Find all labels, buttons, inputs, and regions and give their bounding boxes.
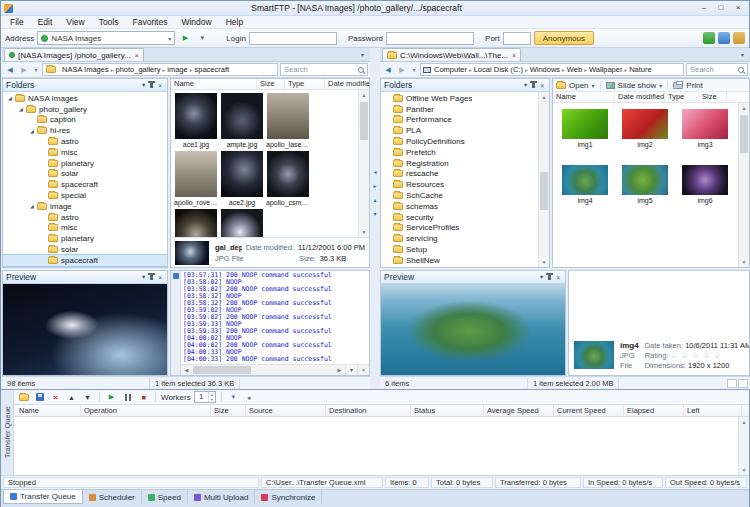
horizontal-scrollbar[interactable]: ◀ ▶ ▾ × — [181, 364, 369, 375]
column-header-source[interactable]: Source — [246, 405, 326, 416]
back-icon[interactable]: ◀ — [4, 64, 16, 76]
expander-icon[interactable] — [384, 139, 392, 145]
tree-item[interactable]: Performance — [381, 115, 538, 126]
file-item[interactable]: img2 — [616, 109, 674, 149]
tree-item[interactable]: PolicyDefinitions — [381, 136, 538, 147]
expander-icon[interactable] — [28, 117, 36, 123]
menu-item-file[interactable]: File — [3, 16, 31, 28]
file-item[interactable]: img4 — [556, 165, 614, 205]
file-item[interactable]: astro1.jpg — [220, 209, 264, 237]
breadcrumb-item[interactable]: image — [165, 65, 189, 74]
minimize-button[interactable]: – — [696, 3, 712, 14]
stepper-up-icon[interactable]: ▲ — [210, 393, 213, 397]
tree-item[interactable]: SKB — [381, 266, 538, 267]
expander-icon[interactable] — [39, 139, 47, 145]
tree-item[interactable]: schemas — [381, 201, 538, 212]
tree-item[interactable]: caption — [3, 115, 167, 126]
address-combo[interactable]: NASA Images ▾ — [37, 31, 175, 45]
breadcrumb-item[interactable]: Wallpaper — [587, 65, 625, 74]
chevron-down-icon[interactable]: ▾ — [659, 82, 662, 89]
tree-item[interactable]: ◢NASA Images — [3, 93, 167, 104]
tab-list-button[interactable]: ▾ — [357, 50, 368, 61]
queue-settings-icon[interactable]: ● — [243, 391, 256, 404]
close-panel-icon[interactable]: × — [156, 82, 164, 89]
tree-item[interactable]: ServiceProfiles — [381, 223, 538, 234]
search-input[interactable] — [690, 65, 736, 74]
breadcrumb-item[interactable]: Local Disk (C:) — [472, 65, 525, 74]
filter-icon[interactable]: ▾ — [227, 391, 240, 404]
connect-icon[interactable]: ▶ — [178, 31, 192, 45]
close-tab-icon[interactable]: × — [511, 52, 516, 59]
workers-stepper[interactable]: 1 ▲▼ — [194, 391, 216, 403]
move-down-icon[interactable]: ▼ — [81, 391, 94, 404]
close-button[interactable]: × — [730, 3, 746, 14]
column-header-size[interactable]: Size — [211, 405, 246, 416]
login-field[interactable] — [249, 32, 337, 45]
panel-menu-icon[interactable]: ▾ — [140, 273, 147, 281]
breadcrumb-item[interactable]: NASA Images — [60, 65, 111, 74]
quick-connect-icon[interactable] — [703, 32, 715, 44]
history-dropdown-icon[interactable]: ▾ — [410, 64, 418, 76]
scroll-up-icon[interactable]: ▲ — [739, 103, 749, 113]
panel-menu-icon[interactable]: ▾ — [522, 81, 529, 89]
tree-item[interactable]: astro — [3, 136, 167, 147]
bottom-tab-transfer-queue[interactable]: Transfer Queue — [3, 490, 83, 504]
tree-item[interactable]: PLA — [381, 125, 538, 136]
address-history-icon[interactable]: ▾ — [195, 31, 209, 45]
tree-item[interactable]: security — [381, 212, 538, 223]
tree-item[interactable]: misc — [3, 147, 167, 158]
scrollbar-thumb[interactable] — [540, 172, 548, 210]
settings-icon[interactable] — [718, 32, 730, 44]
expander-icon[interactable] — [384, 236, 392, 242]
sync-up-icon[interactable]: ▴ — [371, 196, 380, 205]
expander-icon[interactable] — [39, 149, 47, 155]
slide-show-button[interactable]: Slide show — [618, 81, 657, 90]
tree-item[interactable]: Offline Web Pages — [381, 93, 538, 104]
bottom-tab-speed[interactable]: Speed — [142, 490, 188, 504]
expander-icon[interactable] — [384, 193, 392, 199]
column-header-type[interactable]: Type — [285, 79, 325, 89]
expander-icon[interactable] — [384, 257, 392, 263]
expander-icon[interactable]: ◢ — [28, 203, 36, 209]
tab-list-button[interactable]: ▾ — [737, 50, 748, 61]
expander-icon[interactable] — [384, 225, 392, 231]
port-field[interactable] — [503, 32, 531, 45]
close-panel-icon[interactable]: × — [538, 82, 546, 89]
auto-hide-pin-icon[interactable] — [150, 274, 153, 280]
transfer-left-icon[interactable]: ◂ — [371, 168, 380, 177]
column-header-name[interactable]: Name — [16, 405, 81, 416]
column-header-date-modified[interactable]: Date modified — [325, 79, 370, 89]
scroll-up-icon[interactable]: ▲ — [359, 90, 369, 100]
expander-icon[interactable] — [39, 193, 47, 199]
breadcrumb-item[interactable]: Web — [565, 65, 584, 74]
scroll-up-icon[interactable]: ▲ — [739, 417, 749, 427]
tree-item[interactable]: planetary — [3, 158, 167, 169]
vertical-scrollbar[interactable]: ▲ ▼ — [738, 417, 749, 475]
tree-item[interactable]: Resources — [381, 179, 538, 190]
local-tab[interactable]: C:\Windows\Web\Wall...\The... × — [382, 48, 521, 61]
breadcrumb-item[interactable]: photo_gallery — [113, 65, 162, 74]
column-header-size[interactable]: Size — [699, 92, 727, 102]
auto-hide-pin-icon[interactable] — [548, 274, 551, 280]
tree-item[interactable]: Prefetch — [381, 147, 538, 158]
auto-hide-pin-icon[interactable] — [532, 82, 535, 88]
expander-icon[interactable]: ◢ — [28, 128, 36, 134]
file-item[interactable]: ampte.jpg — [220, 93, 264, 149]
expander-icon[interactable] — [384, 171, 392, 177]
scrollbar-thumb[interactable] — [360, 102, 368, 140]
expander-icon[interactable] — [384, 182, 392, 188]
close-panel-icon[interactable]: × — [156, 274, 164, 281]
tree-item[interactable]: Registration — [381, 158, 538, 169]
expander-icon[interactable] — [384, 106, 392, 112]
stepper-down-icon[interactable]: ▼ — [210, 398, 213, 402]
remove-item-icon[interactable]: × — [49, 391, 62, 404]
vertical-scrollbar[interactable]: ▲ ▼ — [738, 103, 749, 267]
column-header-status[interactable]: Status — [411, 405, 484, 416]
expander-icon[interactable] — [39, 257, 47, 263]
column-header-left[interactable]: Left — [684, 405, 742, 416]
expander-icon[interactable] — [384, 160, 392, 166]
vertical-scrollbar[interactable]: ▲ ▼ — [358, 90, 369, 237]
file-item[interactable]: img5 — [616, 165, 674, 205]
auto-hide-pin-icon[interactable] — [150, 82, 153, 88]
tree-item[interactable]: solar — [3, 244, 167, 255]
